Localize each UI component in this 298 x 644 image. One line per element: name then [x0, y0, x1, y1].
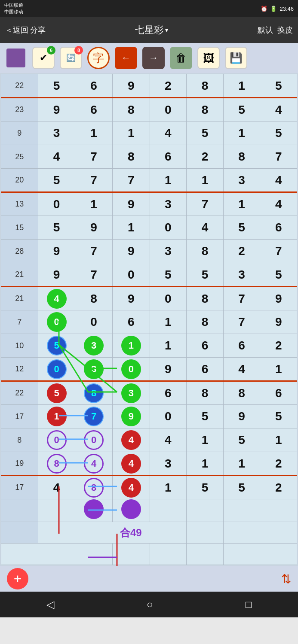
blue-circle: 8 [84, 383, 104, 403]
table-row: 225836886 [1, 381, 297, 405]
header-right: 默认 换皮 [258, 25, 293, 35]
cell: 4 [260, 98, 297, 122]
trash-icon[interactable]: 🗑 [170, 47, 192, 69]
cell: 1 [38, 405, 75, 428]
cell: 8 [223, 381, 260, 405]
red-circle: 4 [121, 454, 141, 474]
cell: 0 [112, 263, 150, 287]
row-number: 21 [1, 263, 38, 287]
toolbar-check[interactable]: ✔ 6 [31, 46, 56, 70]
row-number: 22 [1, 381, 38, 405]
cell: 5 [38, 381, 75, 405]
char-icon[interactable]: 字 [87, 47, 110, 69]
forward-arrow-icon[interactable]: → [142, 47, 165, 69]
toolbar-purple-box[interactable] [3, 46, 28, 70]
check-icon[interactable]: ✔ 6 [32, 47, 55, 69]
chevron-down-icon[interactable]: ▾ [165, 27, 168, 33]
cell: 3 [223, 263, 260, 287]
cell: 9 [38, 240, 75, 263]
cell: 7 [75, 169, 113, 192]
photos-icon[interactable]: 🖼 [197, 47, 220, 69]
cell: 4 [260, 192, 297, 216]
toolbar-delete[interactable]: 🗑 [169, 46, 194, 70]
cell: 5 [187, 476, 224, 499]
cell: 5 [187, 405, 224, 428]
table-row: 130193714 [1, 192, 297, 216]
table-row: 80044151 [1, 428, 297, 452]
default-button[interactable]: 默认 [258, 25, 273, 35]
cell [112, 499, 150, 522]
cell: 7 [260, 145, 297, 169]
table-row: 205771134 [1, 169, 297, 192]
row-number: 23 [1, 98, 38, 122]
row-number: 12 [1, 358, 38, 381]
cell: 4 [75, 452, 113, 476]
status-bar: 中国联通 中国移动 ⏰ 🔋 23:46 [0, 0, 298, 17]
share-button[interactable]: 分享 [30, 25, 46, 35]
toolbar-save[interactable]: 💾 [224, 46, 249, 70]
nav-home-icon[interactable]: ○ [147, 598, 153, 611]
cell: 0 [150, 216, 187, 240]
red-circle: 5 [47, 383, 67, 403]
sum-row: 合49 [1, 522, 297, 544]
toolbar-back[interactable]: ← [114, 46, 138, 70]
sort-button[interactable]: ⇅ [281, 572, 291, 586]
cell: 0 [112, 358, 150, 381]
cell: 7 [75, 405, 113, 428]
cell: 1 [150, 310, 187, 334]
cell: 3 [150, 192, 187, 216]
toolbar-refresh[interactable]: 🔄 8 [58, 46, 83, 70]
cell: 4 [38, 145, 75, 169]
cell: 9 [223, 405, 260, 428]
cell: 4 [38, 476, 75, 499]
cell: 9 [260, 287, 297, 310]
cell: 5 [187, 122, 224, 145]
nav-bar: ◁ ○ □ [0, 592, 298, 617]
cell: 8 [112, 98, 150, 122]
cell: 4 [112, 428, 150, 452]
back-arrow-icon[interactable]: ← [115, 47, 137, 69]
table-row: 198443112 [1, 452, 297, 476]
refresh-icon[interactable]: 🔄 8 [60, 47, 82, 69]
toolbar: ✔ 6 🔄 8 字 ← → 🗑 🖼 💾 [0, 43, 298, 73]
cell: 5 [260, 122, 297, 145]
green-circle: 3 [84, 336, 104, 355]
add-button[interactable]: + [7, 568, 28, 589]
cell: 5 [38, 334, 75, 358]
row-number: 17 [1, 405, 38, 428]
purple-outline-circle: 8 [47, 454, 67, 474]
green-circle: 4 [47, 289, 67, 309]
green-circle: 0 [47, 312, 67, 332]
purple-outline-circle: 0 [47, 430, 67, 450]
cell: 1 [187, 169, 224, 192]
cell: 1 [260, 358, 297, 381]
nav-recent-icon[interactable]: □ [246, 598, 252, 611]
skin-button[interactable]: 换皮 [277, 25, 293, 35]
nav-back-icon[interactable]: ◁ [46, 598, 54, 611]
toolbar-forward[interactable]: → [141, 46, 166, 70]
cell [187, 522, 224, 544]
row-number: 28 [1, 240, 38, 263]
row-number: 13 [1, 192, 38, 216]
header-left[interactable]: ＜返回 分享 [5, 25, 46, 35]
blue-circle: 5 [47, 336, 67, 355]
cell [223, 522, 260, 544]
clock-icon: ⏰ [261, 6, 267, 12]
cell: 5 [260, 74, 297, 98]
cell: 0 [38, 428, 75, 452]
toolbar-char[interactable]: 字 [86, 46, 111, 70]
save-icon[interactable]: 💾 [225, 47, 247, 69]
cell: 0 [150, 405, 187, 428]
cell: 1 [150, 476, 187, 499]
cell: 8 [187, 98, 224, 122]
cell: 7 [75, 240, 113, 263]
red-circle: 1 [47, 407, 67, 426]
toolbar-photos[interactable]: 🖼 [196, 46, 221, 70]
cell: 2 [260, 452, 297, 476]
cell: 0 [38, 358, 75, 381]
cell: 8 [187, 310, 224, 334]
cell: 2 [260, 334, 297, 358]
back-button[interactable]: ＜返回 [5, 25, 28, 35]
cell: 3 [150, 240, 187, 263]
cell: 3 [75, 358, 113, 381]
